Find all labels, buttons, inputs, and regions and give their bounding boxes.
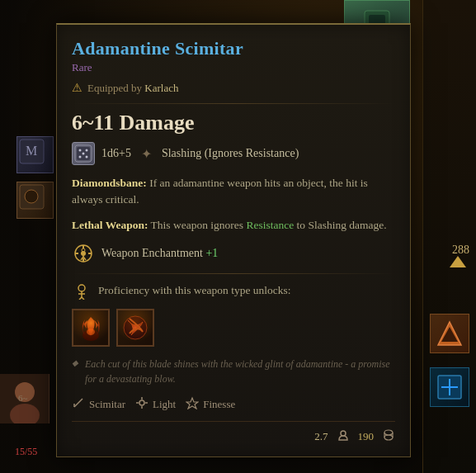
equipped-icon: ⚠	[72, 81, 82, 95]
tooltip-card: Adamantine Scimitar Rare ⚠ Equipped by K…	[56, 23, 411, 457]
svg-point-19	[86, 156, 88, 158]
damage-range: 6~11 Damage	[72, 111, 395, 135]
svg-point-37	[82, 329, 99, 341]
property-lethal-weapon: Lethal Weapon: This weapon ignores Resis…	[72, 217, 395, 234]
slash-separator: ✦	[141, 146, 152, 162]
right-icon-2[interactable]	[430, 367, 469, 407]
property2-text: This weapon ignores	[151, 219, 247, 231]
item-weight: 2.7	[314, 430, 328, 443]
tag-finesse-label: Finesse	[203, 398, 235, 411]
svg-point-5	[25, 190, 38, 203]
light-icon	[135, 396, 148, 413]
item-name: Adamantine Scimitar	[72, 38, 395, 59]
divider-2	[72, 273, 395, 274]
property2-name: Lethal Weapon:	[72, 219, 148, 231]
property2-text2: to Slashing damage.	[294, 219, 386, 231]
enchantment-label: Weapon Enchantment +1	[101, 247, 218, 260]
equipped-character-name: Karlach	[144, 82, 178, 94]
tag-scimitar: Scimitar	[72, 396, 125, 413]
svg-line-40	[74, 399, 82, 407]
gold-icon	[382, 428, 395, 445]
svg-point-49	[384, 430, 393, 435]
svg-point-38	[87, 329, 95, 335]
item-rarity: Rare	[72, 61, 395, 74]
damage-type: Slashing (Ignores Resistance)	[162, 147, 299, 160]
svg-point-39	[124, 316, 147, 339]
scimitar-icon	[72, 396, 85, 413]
dice-icon	[72, 142, 95, 165]
proficiency-icon	[72, 281, 92, 300]
svg-point-20	[82, 153, 85, 155]
damage-formula: 1d6+5	[101, 147, 131, 160]
svg-point-17	[86, 149, 88, 152]
svg-point-48	[341, 431, 346, 436]
property-diamondsbane: Diamondsbane: If an adamantine weapon hi…	[72, 175, 395, 209]
enchantment-row: Weapon Enchantment +1	[72, 242, 395, 265]
damage-detail-row: 1d6+5 ✦ Slashing (Ignores Resistance)	[72, 142, 395, 165]
enchantment-icon	[72, 242, 95, 265]
svg-marker-47	[186, 398, 198, 409]
svg-point-18	[79, 156, 82, 158]
svg-text:M: M	[26, 144, 37, 158]
tag-finesse: Finesse	[186, 396, 235, 413]
property2-highlight: Resistance	[246, 219, 294, 231]
proficiency-text: Proficiency with this weapon type unlock…	[98, 284, 291, 297]
item-slot-left-2[interactable]	[16, 182, 54, 219]
tag-scimitar-label: Scimitar	[89, 398, 125, 411]
proficiency-row: Proficiency with this weapon type unlock…	[72, 281, 395, 300]
footer-row: 2.7 190	[72, 421, 395, 445]
tag-light: Light	[135, 396, 176, 413]
equipped-text: Equipped by Karlach	[87, 82, 178, 95]
item-gold: 190	[358, 430, 375, 443]
svg-point-16	[79, 149, 82, 152]
skill-icon-1[interactable]	[72, 309, 110, 347]
equipped-row: ⚠ Equipped by Karlach	[72, 81, 395, 95]
flavor-text: Each cut of this blade shines with the w…	[72, 357, 395, 386]
enchantment-bonus: +1	[205, 247, 218, 259]
item-slot-left-1[interactable]: M	[16, 136, 54, 173]
svg-line-36	[82, 297, 84, 300]
weight-icon	[337, 428, 350, 445]
tag-light-label: Light	[153, 398, 176, 411]
svg-point-52	[384, 435, 393, 440]
tags-row: Scimitar Light Finesse	[72, 396, 395, 413]
property1-name: Diamondsbane:	[72, 177, 147, 189]
scroll-up-arrow[interactable]	[450, 256, 466, 267]
skill-icon-2[interactable]	[116, 309, 154, 347]
right-panel: 288	[422, 0, 476, 473]
right-number: 288	[452, 244, 469, 257]
svg-point-32	[78, 285, 85, 291]
bg-stat-label: 6~	[18, 393, 27, 403]
hp-display: 15/55	[15, 446, 37, 458]
divider-1	[72, 103, 395, 104]
svg-point-42	[139, 400, 144, 405]
skills-row	[72, 309, 395, 347]
finesse-icon	[186, 396, 199, 413]
right-icon-1[interactable]	[430, 314, 469, 353]
